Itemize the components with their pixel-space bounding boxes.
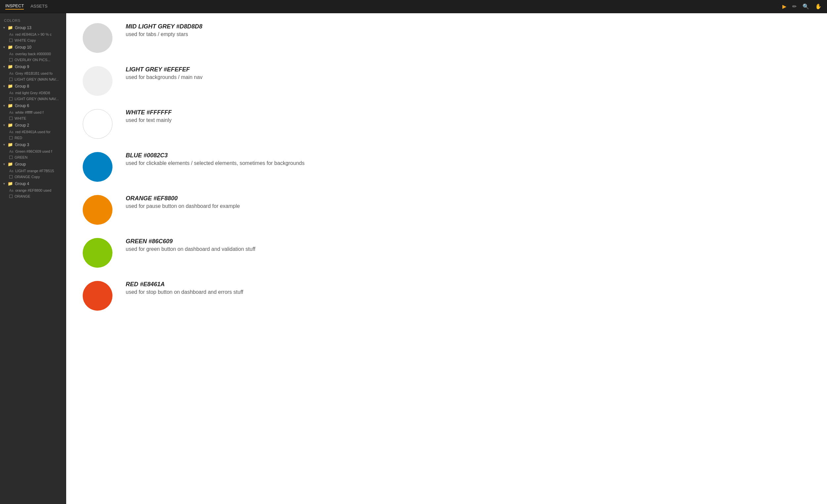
color-info-blue: BLUE #0082C3used for clickable elements … [126, 152, 305, 166]
color-circle-mid-light-grey [83, 23, 112, 53]
sidebar-item-group-6-0[interactable]: Aawhite #ffffff used f [0, 109, 66, 115]
sidebar-item-group-1[interactable]: ORANGE Copy [0, 174, 66, 180]
color-circle-white [83, 109, 112, 139]
sidebar-item-group-13-1[interactable]: WHITE Copy [0, 37, 66, 43]
rect-icon [9, 58, 12, 61]
sidebar-item-label: white #ffffff used f [15, 110, 43, 114]
sidebar-item-label: WHITE [14, 116, 26, 120]
sidebar-group-group-10: ▼ 📁 Group 10 Aaoverlay back #000000OVERL… [0, 43, 66, 63]
color-desc-light-grey: used for backgrounds / main nav [126, 74, 202, 80]
color-name-mid-light-grey: MID LIGHT GREY #D8D8D8 [126, 23, 202, 30]
folder-icon: 📁 [8, 181, 13, 186]
folder-icon: 📁 [8, 123, 13, 127]
sidebar-group-header-group-10[interactable]: ▼ 📁 Group 10 [0, 43, 66, 51]
color-name-light-grey: LIGHT GREY #EFEFEF [126, 66, 202, 73]
sidebar-item-group-8-0[interactable]: Aamid light Grey #D8D8 [0, 90, 66, 96]
color-info-mid-light-grey: MID LIGHT GREY #D8D8D8used for tabs / em… [126, 23, 202, 37]
pointer-icon[interactable]: ▶ [782, 3, 786, 10]
sidebar-item-group-0[interactable]: AaLIGHT orange #F7B515 [0, 168, 66, 174]
text-icon: Aa [9, 72, 13, 75]
search-icon[interactable]: 🔍 [802, 3, 809, 10]
rect-icon [9, 117, 12, 120]
sidebar-item-group-8-1[interactable]: LIGHT GREY (MAIN NAV... [0, 96, 66, 102]
sidebar-group-header-group-2[interactable]: ▼ 📁 Group 2 [0, 121, 66, 129]
color-entry-green: GREEN #86C609used for green button on da… [83, 238, 811, 268]
color-entry-red: RED #E8461Aused for stop button on dashb… [83, 281, 811, 311]
sidebar-group-header-group-6[interactable]: ▼ 📁 Group 6 [0, 102, 66, 109]
sidebar-item-group-4-1[interactable]: ORANGE [0, 193, 66, 199]
sidebar-item-label: OVERLAY ON PICS... [14, 58, 50, 62]
sidebar-item-group-9-1[interactable]: LIGHT GREY (MAIN NAV... [0, 76, 66, 82]
color-desc-blue: used for clickable elements / selected e… [126, 160, 305, 166]
sidebar-item-group-3-1[interactable]: GREEN [0, 154, 66, 160]
chevron-icon: ▼ [3, 46, 6, 49]
color-desc-green: used for green button on dashboard and v… [126, 246, 255, 252]
sidebar-group-header-group-8[interactable]: ▼ 📁 Group 8 [0, 82, 66, 90]
pen-icon[interactable]: ✏ [792, 3, 796, 10]
sidebar-item-label: LIGHT GREY (MAIN NAV... [14, 97, 58, 101]
chevron-icon: ▼ [3, 143, 6, 147]
topbar-icons: ▶ ✏ 🔍 ✋ [782, 3, 822, 10]
text-icon: Aa [9, 130, 13, 134]
sidebar-item-label: LIGHT GREY (MAIN NAV... [14, 77, 58, 81]
sidebar-item-label: GREEN [14, 155, 28, 159]
sidebar-item-group-6-1[interactable]: WHITE [0, 115, 66, 121]
rect-icon [9, 78, 12, 81]
chevron-icon: ▼ [3, 85, 6, 88]
hand-icon[interactable]: ✋ [815, 3, 822, 10]
sidebar-item-label: ORANGE Copy [14, 175, 40, 179]
color-circle-orange [83, 195, 112, 225]
topbar: INSPECT ASSETS ▶ ✏ 🔍 ✋ [0, 0, 827, 13]
color-circle-red [83, 281, 112, 311]
rect-icon [9, 195, 12, 198]
chevron-icon: ▼ [3, 65, 6, 68]
sidebar-item-group-3-0[interactable]: AaGreen #86C609 used f [0, 149, 66, 154]
sidebar-group-label: Group 8 [15, 84, 29, 89]
sidebar-group-label: Group 6 [15, 103, 29, 108]
sidebar-group-header-group[interactable]: ▼ 📁 Group [0, 160, 66, 168]
sidebar-group-group: ▼ 📁 Group AaLIGHT orange #F7B515ORANGE C… [0, 160, 66, 180]
sidebar-item-group-4-0[interactable]: Aaorange #EF8800 used [0, 187, 66, 193]
sidebar-item-group-10-1[interactable]: OVERLAY ON PICS... [0, 57, 66, 63]
color-name-blue: BLUE #0082C3 [126, 152, 305, 159]
sidebar-item-group-9-0[interactable]: AaGrey #B1B1B1 used fo [0, 70, 66, 76]
tab-inspect[interactable]: INSPECT [5, 3, 24, 10]
tab-assets[interactable]: ASSETS [31, 4, 47, 9]
sidebar-item-label: orange #EF8800 used [15, 188, 51, 192]
sidebar-group-group-2: ▼ 📁 Group 2 Aared #E8461A used forRED [0, 121, 66, 141]
color-info-white: WHITE #FFFFFFused for text mainly [126, 109, 172, 123]
text-icon: Aa [9, 150, 13, 153]
color-circle-light-grey [83, 66, 112, 96]
sidebar-group-header-group-9[interactable]: ▼ 📁 Group 9 [0, 63, 66, 70]
chevron-icon: ▼ [3, 26, 6, 30]
sidebar-group-header-group-3[interactable]: ▼ 📁 Group 3 [0, 141, 66, 149]
color-desc-red: used for stop button on dashboard and er… [126, 289, 243, 295]
color-desc-mid-light-grey: used for tabs / empty stars [126, 32, 202, 37]
color-name-red: RED #E8461A [126, 281, 243, 288]
sidebar-item-group-2-1[interactable]: RED [0, 135, 66, 141]
color-entry-white: WHITE #FFFFFFused for text mainly [83, 109, 811, 139]
sidebar-item-group-2-0[interactable]: Aared #E8461A used for [0, 129, 66, 135]
color-entry-blue: BLUE #0082C3used for clickable elements … [83, 152, 811, 182]
color-circle-green [83, 238, 112, 268]
text-icon: Aa [9, 52, 13, 56]
sidebar-item-group-13-0[interactable]: Aared #E8461A > 90 % c [0, 32, 66, 37]
folder-icon: 📁 [8, 64, 13, 69]
main-layout: COLORS ▼ 📁 Group 13 Aared #E8461A > 90 %… [0, 13, 827, 504]
color-name-orange: ORANGE #EF8800 [126, 195, 240, 202]
sidebar-item-group-10-0[interactable]: Aaoverlay back #000000 [0, 51, 66, 57]
color-info-light-grey: LIGHT GREY #EFEFEFused for backgrounds /… [126, 66, 202, 80]
sidebar-group-group-9: ▼ 📁 Group 9 AaGrey #B1B1B1 used foLIGHT … [0, 63, 66, 82]
sidebar-group-header-group-4[interactable]: ▼ 📁 Group 4 [0, 180, 66, 187]
sidebar: COLORS ▼ 📁 Group 13 Aared #E8461A > 90 %… [0, 13, 66, 504]
sidebar-group-label: Group 4 [15, 181, 29, 186]
text-icon: Aa [9, 111, 13, 114]
sidebar-group-label: Group 2 [15, 123, 29, 127]
rect-icon [9, 136, 12, 139]
sidebar-group-header-group-13[interactable]: ▼ 📁 Group 13 [0, 24, 66, 32]
folder-icon: 📁 [8, 103, 13, 108]
chevron-icon: ▼ [3, 124, 6, 127]
sidebar-group-group-4: ▼ 📁 Group 4 Aaorange #EF8800 usedORANGE [0, 180, 66, 199]
sidebar-section-colors: COLORS [0, 16, 66, 24]
sidebar-item-label: WHITE Copy [14, 38, 36, 42]
